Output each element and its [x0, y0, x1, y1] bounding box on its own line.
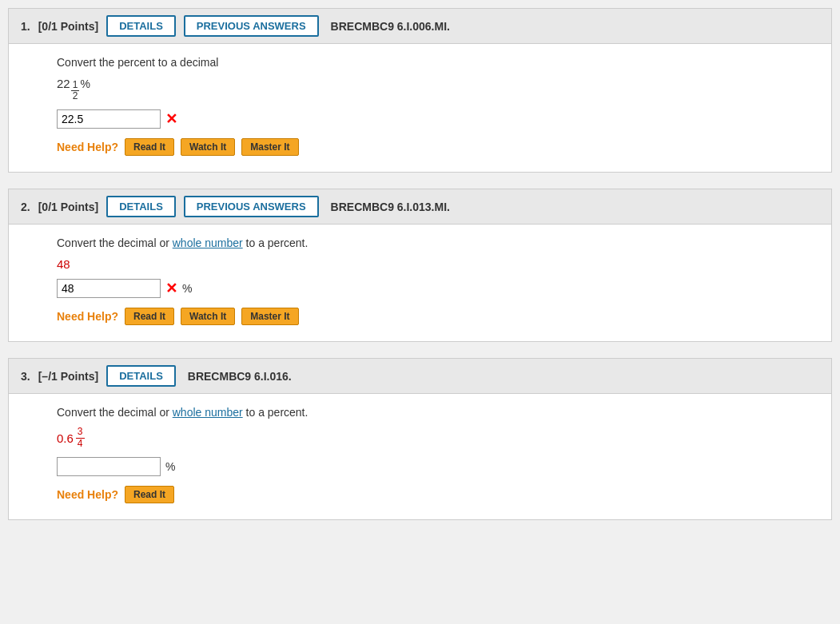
- question-3-input-row: %: [57, 457, 815, 476]
- question-2-error-mark: ✕: [165, 280, 177, 297]
- question-2-answer-input[interactable]: [57, 279, 161, 298]
- question-3-details-button[interactable]: DETAILS: [106, 365, 176, 387]
- question-3-need-help-row: Need Help? Read It: [57, 486, 815, 503]
- question-1-read-button[interactable]: Read It: [125, 138, 174, 156]
- question-1-prev-answers-button[interactable]: PREVIOUS ANSWERS: [184, 15, 319, 37]
- page-container: 1. [0/1 Points] DETAILS PREVIOUS ANSWERS…: [0, 0, 840, 544]
- question-2-watch-button[interactable]: Watch It: [181, 308, 235, 325]
- question-3-body: Convert the decimal or whole number to a…: [9, 394, 831, 519]
- question-1-number: 1.: [21, 20, 30, 33]
- question-1-need-help-row: Need Help? Read It Watch It Master It: [57, 138, 815, 156]
- question-1-input-row: ✕: [57, 109, 815, 129]
- question-1-need-help-text: Need Help?: [57, 141, 118, 153]
- question-1-code: BRECMBC9 6.I.006.MI.: [331, 20, 450, 33]
- question-1-prompt: Convert the percent to a decimal: [57, 56, 815, 69]
- question-3-whole-number-link: whole number: [173, 406, 243, 419]
- question-3-need-help-text: Need Help?: [57, 488, 118, 501]
- question-3-number: 3.: [21, 370, 30, 383]
- question-2-fraction: 48: [57, 257, 815, 271]
- question-3-percent-label: %: [165, 460, 175, 473]
- question-1-error-mark: ✕: [165, 110, 177, 128]
- question-1-block: 1. [0/1 Points] DETAILS PREVIOUS ANSWERS…: [8, 8, 832, 173]
- question-1-master-button[interactable]: Master It: [241, 138, 298, 156]
- question-3-whole: 0.6: [57, 431, 74, 445]
- question-2-block: 2. [0/1 Points] DETAILS PREVIOUS ANSWERS…: [8, 189, 832, 342]
- question-3-fraction: 0.6 3 4: [57, 427, 815, 448]
- question-3-prompt: Convert the decimal or whole number to a…: [57, 406, 815, 419]
- question-2-whole: 48: [57, 257, 70, 271]
- question-3-answer-input[interactable]: [57, 457, 161, 476]
- question-1-fraction: 22 1 2 %: [57, 77, 815, 101]
- question-2-master-button[interactable]: Master It: [241, 308, 298, 325]
- question-1-denominator: 2: [71, 91, 80, 101]
- question-2-whole-number-link: whole number: [173, 236, 243, 249]
- question-2-details-button[interactable]: DETAILS: [106, 196, 176, 217]
- question-1-whole: 22: [57, 77, 70, 90]
- question-1-body: Convert the percent to a decimal 22 1 2 …: [9, 44, 831, 172]
- question-1-suffix: %: [80, 78, 90, 90]
- question-3-code: BRECMBC9 6.I.016.: [188, 370, 292, 383]
- question-3-numerator: 3: [76, 427, 85, 438]
- question-2-number: 2.: [21, 201, 30, 213]
- question-3-points: [–/1 Points]: [38, 370, 98, 383]
- question-2-percent-label: %: [182, 282, 192, 295]
- question-2-input-row: ✕ %: [57, 279, 815, 298]
- question-2-header: 2. [0/1 Points] DETAILS PREVIOUS ANSWERS…: [9, 189, 831, 225]
- question-2-need-help-row: Need Help? Read It Watch It Master It: [57, 308, 815, 325]
- question-1-details-button[interactable]: DETAILS: [106, 15, 176, 37]
- question-2-code: BRECMBC9 6.I.013.MI.: [331, 201, 450, 213]
- question-2-body: Convert the decimal or whole number to a…: [9, 225, 831, 341]
- question-1-frac: 1 2: [71, 80, 80, 101]
- question-1-header: 1. [0/1 Points] DETAILS PREVIOUS ANSWERS…: [9, 9, 831, 44]
- question-2-read-button[interactable]: Read It: [125, 308, 174, 325]
- question-3-block: 3. [–/1 Points] DETAILS BRECMBC9 6.I.016…: [8, 358, 832, 519]
- question-2-points: [0/1 Points]: [38, 201, 98, 213]
- question-3-read-button[interactable]: Read It: [125, 486, 174, 503]
- question-1-numerator: 1: [71, 80, 80, 91]
- question-2-prev-answers-button[interactable]: PREVIOUS ANSWERS: [184, 196, 319, 217]
- question-3-denominator: 4: [76, 439, 85, 449]
- question-2-need-help-text: Need Help?: [57, 310, 118, 323]
- question-1-watch-button[interactable]: Watch It: [181, 138, 235, 156]
- question-3-frac: 3 4: [76, 427, 85, 448]
- question-2-prompt: Convert the decimal or whole number to a…: [57, 236, 815, 249]
- question-1-points: [0/1 Points]: [38, 20, 98, 33]
- question-1-answer-input[interactable]: [57, 109, 161, 129]
- question-3-header: 3. [–/1 Points] DETAILS BRECMBC9 6.I.016…: [9, 359, 831, 394]
